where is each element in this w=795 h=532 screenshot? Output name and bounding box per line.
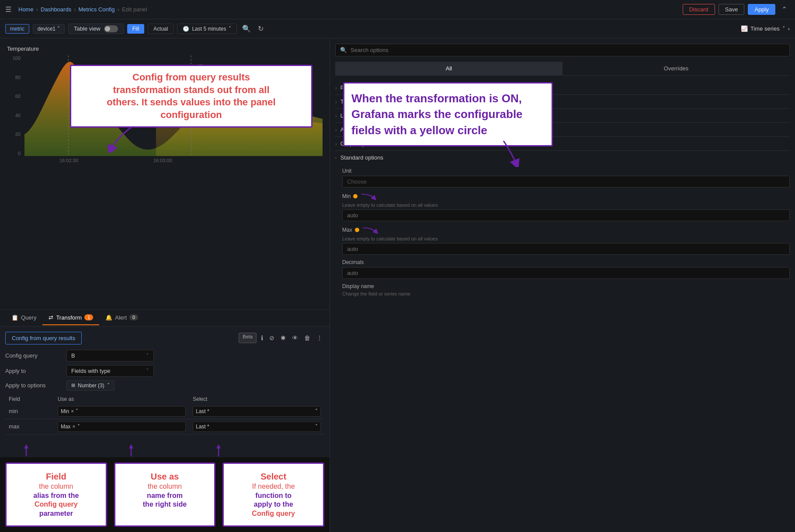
alert-tab-count: 0 <box>129 314 138 320</box>
select-min-chevron-icon: ˅ <box>315 408 318 414</box>
use-as-max-chevron-icon: ˅ <box>77 424 80 430</box>
axis-chevron-icon: › <box>335 127 337 132</box>
actual-button[interactable]: Actual <box>148 24 174 34</box>
select-arrow-icon <box>208 444 229 457</box>
section-standard-options[interactable]: › Standard options <box>335 151 790 164</box>
tooltip-chevron-icon: › <box>335 99 337 104</box>
select-min-select[interactable]: Last * ˅ <box>193 406 321 417</box>
annotation-use-as-title: Use as <box>121 471 209 482</box>
decimals-label: Decimals <box>342 259 790 265</box>
transform-filter-button[interactable]: ⊘ <box>267 333 276 343</box>
transform-title-button[interactable]: Config from query results <box>5 332 82 344</box>
annotation-select-desc3: apply to the <box>229 500 318 509</box>
max-yellow-dot <box>355 228 359 232</box>
toggle-switch[interactable] <box>104 25 118 32</box>
apply-to-select[interactable]: Fields with type ˅ <box>66 365 154 377</box>
breadcrumb-metrics[interactable]: Metrics Config <box>78 6 115 13</box>
field-max: max <box>9 423 20 430</box>
y-label-20: 20 <box>7 132 21 137</box>
x-label-2: 16:03:00 <box>153 158 172 169</box>
alert-tab-icon: 🔔 <box>105 314 112 321</box>
annotation-select-desc4: Config query <box>229 509 318 518</box>
table-view-toggle[interactable]: Table view <box>68 24 124 34</box>
min-yellow-dot <box>353 194 358 198</box>
transform-info-button[interactable]: ℹ <box>259 333 265 343</box>
panel-type-expand-icon: › <box>788 25 790 32</box>
use-as-max-clear[interactable]: × <box>73 424 76 430</box>
breadcrumb-dashboards[interactable]: Dashboards <box>41 6 71 13</box>
y-label-60: 60 <box>7 94 21 99</box>
apply-to-value: Fields with type <box>71 368 111 374</box>
discard-button[interactable]: Discard <box>683 4 715 15</box>
toolbar-right: 📈 Time series ˅ › <box>741 25 790 32</box>
query-tab-icon: 📋 <box>11 314 18 321</box>
apply-to-number-badge[interactable]: ⊞ Number (3) ˅ <box>66 380 115 391</box>
svg-marker-7 <box>216 444 221 449</box>
tab-transform[interactable]: ⇄ Transform 1 <box>42 311 99 325</box>
menu-icon[interactable]: ☰ <box>5 5 11 14</box>
decimals-input[interactable] <box>342 267 790 279</box>
min-field: Min Leave empty to calculate based on al… <box>342 192 790 221</box>
unit-chooser[interactable]: Choose <box>342 176 790 188</box>
topbar-actions: Discard Save Apply ⌃ <box>683 4 790 15</box>
y-label-100: 100 <box>7 56 21 61</box>
bottom-annotations: Field the column alias from the Config q… <box>0 457 330 532</box>
select-max-select[interactable]: Last * ˅ <box>193 421 321 432</box>
transform-delete-button[interactable]: 🗑 <box>302 333 312 343</box>
max-input[interactable] <box>342 243 790 255</box>
tab-alert[interactable]: 🔔 Alert 0 <box>99 311 144 325</box>
standard-options-chevron-icon: › <box>333 157 339 159</box>
use-as-min-select[interactable]: Min × ˅ <box>58 406 186 417</box>
config-query-row: Config query B ˅ <box>5 350 324 362</box>
select-min-value: Last * <box>196 408 209 414</box>
breadcrumb-current: Edit panel <box>122 6 147 13</box>
config-query-select[interactable]: B ˅ <box>66 350 154 362</box>
chart-title: Temperature <box>7 45 323 52</box>
search-options-input[interactable] <box>351 47 785 53</box>
apply-to-options-label: Apply to options <box>5 382 66 389</box>
device-chevron-icon: ˅ <box>57 26 60 32</box>
use-as-max-select[interactable]: Max × ˅ <box>58 421 186 432</box>
tab-query[interactable]: 📋 Query <box>5 311 42 325</box>
apply-button[interactable]: Apply <box>748 4 775 15</box>
toolbar: metric device1 ˅ Table view Fill Actual … <box>0 19 795 38</box>
device-select[interactable]: device1 ˅ <box>33 24 65 34</box>
zoom-button[interactable]: 🔍 <box>240 23 253 35</box>
annotation-use-as-desc: the column <box>121 482 209 491</box>
standard-options-content: Unit Choose Min <box>335 164 790 304</box>
y-axis: 100 80 60 40 20 0 <box>7 56 22 156</box>
y-label-40: 40 <box>7 113 21 118</box>
min-input[interactable] <box>342 209 790 221</box>
fill-button[interactable]: Fill <box>127 24 144 34</box>
transform-visibility-button[interactable]: 👁 <box>290 333 300 343</box>
config-query-value: B <box>71 352 75 359</box>
display-name-field: Display name Change the field or series … <box>342 283 790 296</box>
apply-to-options-row: Apply to options ⊞ Number (3) ˅ <box>5 380 324 391</box>
use-as-arrow-icon <box>120 444 142 457</box>
transforms-section: Config from query results Beta ℹ ⊘ ✱ 👁 🗑… <box>0 326 330 457</box>
transform-more-button[interactable]: ⋮ <box>315 333 324 343</box>
beta-badge: Beta <box>239 333 257 343</box>
time-range-button[interactable]: 🕐 Last 5 minutes ˅ <box>177 24 237 34</box>
breadcrumb: Home › Dashboards › Metrics Config › Edi… <box>18 6 147 13</box>
collapse-button[interactable]: ⌃ <box>779 5 790 14</box>
max-field: Max Leave empty to calculate based on al… <box>342 226 790 255</box>
save-button[interactable]: Save <box>719 4 745 15</box>
transform-config-button[interactable]: ✱ <box>279 333 288 343</box>
tab-all[interactable]: All <box>335 62 562 75</box>
options-tabs: All Overrides <box>335 62 790 76</box>
table-row: min Min × ˅ Last * ˅ <box>5 404 324 419</box>
tab-overrides[interactable]: Overrides <box>562 62 790 75</box>
refresh-button[interactable]: ↻ <box>256 23 265 35</box>
use-as-col-header: Use as <box>54 394 189 404</box>
right-callout-text: When the transformation is ON, Grafana m… <box>351 90 545 138</box>
panel-options-chevron-icon: › <box>335 85 337 90</box>
breadcrumb-home[interactable]: Home <box>18 6 34 13</box>
query-tabs: 📋 Query ⇄ Transform 1 🔔 Alert 0 <box>0 309 330 326</box>
use-as-min-clear[interactable]: × <box>71 408 74 414</box>
panel-type-selector[interactable]: 📈 Time series ˅ › <box>741 25 790 32</box>
topbar: ☰ Home › Dashboards › Metrics Config › E… <box>0 0 795 19</box>
use-as-max-value: Max <box>61 424 71 430</box>
select-max-value: Last * <box>196 424 209 430</box>
panel-type-icon: 📈 <box>741 25 748 32</box>
